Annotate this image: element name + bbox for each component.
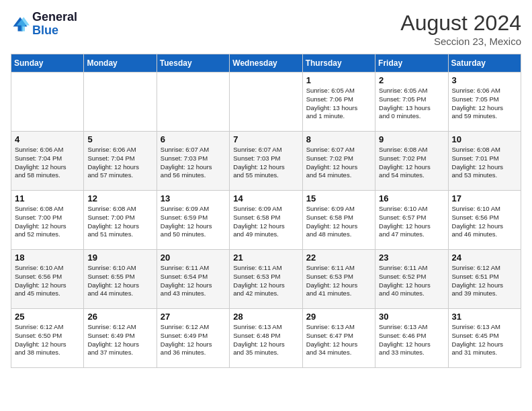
day-detail: Sunrise: 6:08 AM Sunset: 7:02 PM Dayligh…: [379, 146, 444, 180]
calendar-table: SundayMondayTuesdayWednesdayThursdayFrid…: [11, 54, 521, 368]
calendar-cell: 7Sunrise: 6:07 AM Sunset: 7:03 PM Daylig…: [230, 132, 302, 191]
day-number: 24: [452, 253, 517, 263]
calendar-cell: 29Sunrise: 6:13 AM Sunset: 6:47 PM Dayli…: [302, 309, 375, 368]
calendar-cell: 6Sunrise: 6:07 AM Sunset: 7:03 PM Daylig…: [157, 132, 229, 191]
calendar-cell: [84, 73, 157, 132]
week-row-5: 25Sunrise: 6:12 AM Sunset: 6:50 PM Dayli…: [11, 309, 521, 368]
day-detail: Sunrise: 6:12 AM Sunset: 6:49 PM Dayligh…: [161, 323, 226, 357]
day-number: 22: [306, 253, 371, 263]
day-detail: Sunrise: 6:08 AM Sunset: 7:00 PM Dayligh…: [87, 205, 152, 239]
day-detail: Sunrise: 6:09 AM Sunset: 6:59 PM Dayligh…: [161, 205, 226, 239]
month-year: August 2024: [400, 11, 521, 36]
day-number: 12: [87, 193, 152, 203]
day-detail: Sunrise: 6:12 AM Sunset: 6:49 PM Dayligh…: [87, 323, 152, 357]
day-detail: Sunrise: 6:05 AM Sunset: 7:05 PM Dayligh…: [379, 87, 444, 121]
day-detail: Sunrise: 6:10 AM Sunset: 6:55 PM Dayligh…: [87, 264, 152, 298]
calendar-cell: 25Sunrise: 6:12 AM Sunset: 6:50 PM Dayli…: [11, 309, 84, 368]
day-detail: Sunrise: 6:11 AM Sunset: 6:54 PM Dayligh…: [161, 264, 226, 298]
day-detail: Sunrise: 6:11 AM Sunset: 6:53 PM Dayligh…: [233, 264, 298, 298]
day-number: 14: [233, 193, 298, 203]
day-detail: Sunrise: 6:13 AM Sunset: 6:46 PM Dayligh…: [379, 323, 444, 357]
calendar-cell: 12Sunrise: 6:08 AM Sunset: 7:00 PM Dayli…: [84, 191, 157, 250]
day-number: 20: [161, 253, 226, 263]
col-header-friday: Friday: [375, 54, 448, 73]
calendar-cell: [11, 73, 84, 132]
day-detail: Sunrise: 6:08 AM Sunset: 7:00 PM Dayligh…: [15, 205, 80, 239]
week-row-4: 18Sunrise: 6:10 AM Sunset: 6:56 PM Dayli…: [11, 250, 521, 309]
day-number: 27: [161, 312, 226, 322]
day-detail: Sunrise: 6:10 AM Sunset: 6:56 PM Dayligh…: [15, 264, 80, 298]
calendar-cell: 2Sunrise: 6:05 AM Sunset: 7:05 PM Daylig…: [375, 73, 448, 132]
calendar-cell: 8Sunrise: 6:07 AM Sunset: 7:02 PM Daylig…: [302, 132, 375, 191]
day-number: 4: [15, 134, 80, 144]
calendar-cell: 30Sunrise: 6:13 AM Sunset: 6:46 PM Dayli…: [375, 309, 448, 368]
calendar-cell: 3Sunrise: 6:06 AM Sunset: 7:05 PM Daylig…: [448, 73, 521, 132]
day-detail: Sunrise: 6:10 AM Sunset: 6:57 PM Dayligh…: [379, 205, 444, 239]
day-detail: Sunrise: 6:10 AM Sunset: 6:56 PM Dayligh…: [452, 205, 517, 239]
calendar-cell: 20Sunrise: 6:11 AM Sunset: 6:54 PM Dayli…: [157, 250, 229, 309]
day-detail: Sunrise: 6:06 AM Sunset: 7:04 PM Dayligh…: [87, 146, 152, 180]
day-detail: Sunrise: 6:06 AM Sunset: 7:05 PM Dayligh…: [452, 87, 517, 121]
day-number: 10: [452, 134, 517, 144]
day-number: 25: [15, 312, 80, 322]
calendar-cell: 18Sunrise: 6:10 AM Sunset: 6:56 PM Dayli…: [11, 250, 84, 309]
calendar-cell: 11Sunrise: 6:08 AM Sunset: 7:00 PM Dayli…: [11, 191, 84, 250]
day-number: 1: [306, 75, 371, 85]
day-number: 7: [233, 134, 298, 144]
day-detail: Sunrise: 6:06 AM Sunset: 7:04 PM Dayligh…: [15, 146, 80, 180]
header-row: SundayMondayTuesdayWednesdayThursdayFrid…: [11, 54, 521, 73]
calendar-cell: 4Sunrise: 6:06 AM Sunset: 7:04 PM Daylig…: [11, 132, 84, 191]
week-row-2: 4Sunrise: 6:06 AM Sunset: 7:04 PM Daylig…: [11, 132, 521, 191]
calendar-cell: 21Sunrise: 6:11 AM Sunset: 6:53 PM Dayli…: [230, 250, 302, 309]
day-number: 29: [306, 312, 371, 322]
calendar-cell: 1Sunrise: 6:05 AM Sunset: 7:06 PM Daylig…: [302, 73, 375, 132]
calendar-cell: 17Sunrise: 6:10 AM Sunset: 6:56 PM Dayli…: [448, 191, 521, 250]
day-number: 8: [306, 134, 371, 144]
col-header-thursday: Thursday: [302, 54, 375, 73]
day-number: 18: [15, 253, 80, 263]
title-block: August 2024 Seccion 23, Mexico: [400, 11, 521, 47]
logo: GeneralBlue: [11, 11, 77, 38]
page-header: GeneralBlue August 2024 Seccion 23, Mexi…: [11, 11, 521, 47]
calendar-cell: 22Sunrise: 6:11 AM Sunset: 6:53 PM Dayli…: [302, 250, 375, 309]
col-header-monday: Monday: [84, 54, 157, 73]
day-number: 3: [452, 75, 517, 85]
day-number: 5: [87, 134, 152, 144]
day-detail: Sunrise: 6:09 AM Sunset: 6:58 PM Dayligh…: [306, 205, 371, 239]
day-number: 6: [161, 134, 226, 144]
day-detail: Sunrise: 6:11 AM Sunset: 6:52 PM Dayligh…: [379, 264, 444, 298]
col-header-tuesday: Tuesday: [157, 54, 229, 73]
day-detail: Sunrise: 6:08 AM Sunset: 7:01 PM Dayligh…: [452, 146, 517, 180]
day-number: 17: [452, 193, 517, 203]
calendar-cell: 23Sunrise: 6:11 AM Sunset: 6:52 PM Dayli…: [375, 250, 448, 309]
calendar-cell: 13Sunrise: 6:09 AM Sunset: 6:59 PM Dayli…: [157, 191, 229, 250]
day-number: 11: [15, 193, 80, 203]
calendar-cell: 10Sunrise: 6:08 AM Sunset: 7:01 PM Dayli…: [448, 132, 521, 191]
day-detail: Sunrise: 6:13 AM Sunset: 6:45 PM Dayligh…: [452, 323, 517, 357]
location: Seccion 23, Mexico: [400, 36, 521, 47]
day-detail: Sunrise: 6:12 AM Sunset: 6:51 PM Dayligh…: [452, 264, 517, 298]
calendar-cell: 14Sunrise: 6:09 AM Sunset: 6:58 PM Dayli…: [230, 191, 302, 250]
day-number: 13: [161, 193, 226, 203]
day-number: 9: [379, 134, 444, 144]
logo-text: GeneralBlue: [32, 11, 77, 38]
calendar-cell: 5Sunrise: 6:06 AM Sunset: 7:04 PM Daylig…: [84, 132, 157, 191]
day-detail: Sunrise: 6:13 AM Sunset: 6:47 PM Dayligh…: [306, 323, 371, 357]
day-detail: Sunrise: 6:12 AM Sunset: 6:50 PM Dayligh…: [15, 323, 80, 357]
week-row-1: 1Sunrise: 6:05 AM Sunset: 7:06 PM Daylig…: [11, 73, 521, 132]
calendar-cell: 16Sunrise: 6:10 AM Sunset: 6:57 PM Dayli…: [375, 191, 448, 250]
calendar-cell: 9Sunrise: 6:08 AM Sunset: 7:02 PM Daylig…: [375, 132, 448, 191]
calendar-cell: 24Sunrise: 6:12 AM Sunset: 6:51 PM Dayli…: [448, 250, 521, 309]
calendar-cell: [230, 73, 302, 132]
calendar-cell: 27Sunrise: 6:12 AM Sunset: 6:49 PM Dayli…: [157, 309, 229, 368]
col-header-wednesday: Wednesday: [230, 54, 302, 73]
day-detail: Sunrise: 6:05 AM Sunset: 7:06 PM Dayligh…: [306, 87, 371, 121]
week-row-3: 11Sunrise: 6:08 AM Sunset: 7:00 PM Dayli…: [11, 191, 521, 250]
calendar-cell: 26Sunrise: 6:12 AM Sunset: 6:49 PM Dayli…: [84, 309, 157, 368]
day-number: 23: [379, 253, 444, 263]
day-number: 26: [87, 312, 152, 322]
day-detail: Sunrise: 6:13 AM Sunset: 6:48 PM Dayligh…: [233, 323, 298, 357]
day-detail: Sunrise: 6:11 AM Sunset: 6:53 PM Dayligh…: [306, 264, 371, 298]
logo-icon: [11, 15, 30, 34]
calendar-cell: [157, 73, 229, 132]
